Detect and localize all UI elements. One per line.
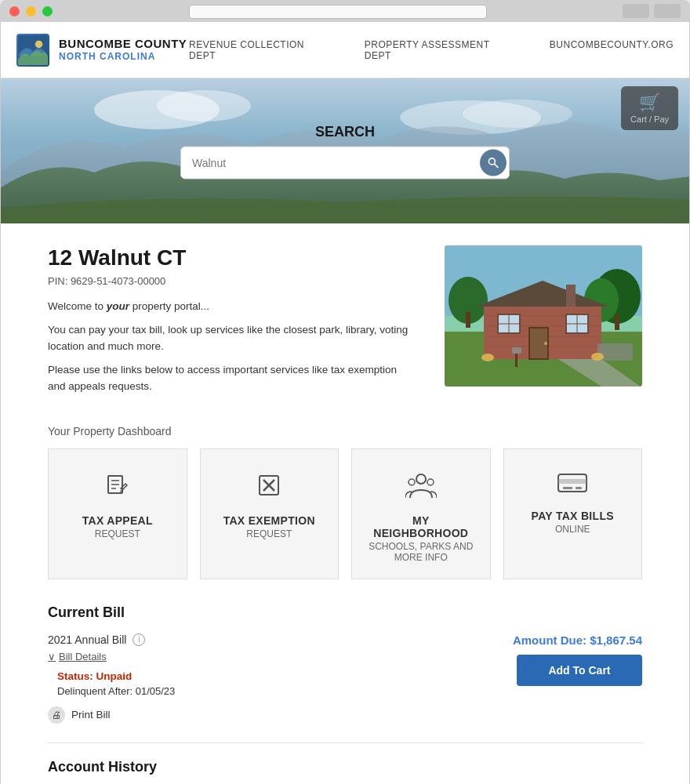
window-close-btn[interactable]: [9, 6, 20, 16]
main-content: 12 Walnut CT PIN: 9629-51-4073-00000 Wel…: [1, 223, 689, 784]
property-header: 12 Walnut CT PIN: 9629-51-4073-00000 Wel…: [48, 245, 642, 401]
pay-bills-icon: [557, 471, 588, 500]
window-maximize-btn[interactable]: [42, 6, 53, 16]
bill-year-row: 2021 Annual Bill i: [48, 633, 485, 646]
logo-area: BUNCOMBE COUNTY NORTH CAROLINA: [16, 34, 189, 67]
bill-year-label: 2021 Annual Bill: [48, 633, 126, 646]
top-nav: BUNCOMBE COUNTY NORTH CAROLINA REVENUE C…: [1, 22, 689, 78]
your-emphasis: your: [107, 300, 129, 312]
bill-info-icon[interactable]: i: [133, 633, 145, 646]
bill-details-toggle[interactable]: ∨ Bill Details: [48, 651, 485, 662]
bill-section-title: Current Bill: [48, 604, 642, 621]
browser-content: BUNCOMBE COUNTY NORTH CAROLINA REVENUE C…: [0, 22, 690, 784]
dashboard-label: Your Property Dashboard: [48, 425, 642, 437]
property-desc-1: Welcome to your property portal...: [48, 298, 413, 315]
svg-point-45: [409, 479, 415, 485]
neighborhood-icon: [405, 471, 437, 505]
svg-rect-15: [615, 314, 619, 330]
property-info: 12 Walnut CT PIN: 9629-51-4073-00000 Wel…: [48, 245, 413, 401]
search-input[interactable]: [181, 148, 478, 176]
amount-due: Amount Due: $1,867.54: [485, 633, 642, 647]
svg-point-1: [35, 40, 43, 48]
svg-point-31: [544, 342, 547, 345]
neighborhood-card[interactable]: MY NEIGHBORHOOD SCHOOLS, PARKS AND MORE …: [351, 448, 491, 579]
cart-icon: 🛒: [630, 93, 669, 113]
search-box-area: SEARCH: [180, 123, 510, 179]
svg-point-7: [488, 158, 495, 164]
bill-details-label: Bill Details: [59, 651, 107, 662]
print-bill-row[interactable]: 🖨 Print Bill: [48, 706, 642, 724]
dashboard-cards: TAX APPEAL REQUEST TAX EXEMPTION REQUEST: [48, 448, 642, 579]
chevron-down-icon: ∨: [48, 651, 56, 662]
svg-line-8: [495, 164, 499, 168]
pay-bills-title: PAY TAX BILLS: [532, 510, 614, 522]
property-desc-2: You can pay your tax bill, look up servi…: [48, 321, 413, 355]
logo-subtitle: NORTH CAROLINA: [59, 51, 187, 62]
credit-card-icon: [557, 471, 588, 495]
current-bill-section: Current Bill 2021 Annual Bill i ∨ Bill D…: [48, 604, 642, 724]
hero-banner: 🛒 Cart / Pay SEARCH: [1, 78, 689, 223]
window-btn-2[interactable]: [654, 4, 681, 18]
cart-button[interactable]: 🛒 Cart / Pay: [621, 86, 678, 130]
tax-exemption-subtitle: REQUEST: [246, 528, 292, 539]
cart-label: Cart / Pay: [630, 114, 669, 124]
search-label: SEARCH: [180, 123, 510, 140]
svg-point-46: [427, 479, 434, 485]
pay-tax-bills-card[interactable]: PAY TAX BILLS ONLINE: [503, 448, 643, 579]
logo-text: BUNCOMBE COUNTY NORTH CAROLINA: [59, 37, 187, 62]
property-image-svg: [445, 245, 642, 387]
svg-point-36: [591, 353, 604, 361]
address-bar-area: [59, 4, 616, 19]
divider: [48, 742, 642, 743]
tax-appeal-card[interactable]: TAX APPEAL REQUEST: [48, 448, 187, 579]
tax-exemption-icon: [255, 471, 283, 505]
pay-bills-subtitle: ONLINE: [555, 524, 590, 535]
print-icon: 🖨: [48, 706, 65, 724]
search-input-row: [180, 146, 510, 179]
svg-point-35: [481, 354, 494, 361]
property-image: [445, 245, 642, 387]
tax-exemption-card[interactable]: TAX EXEMPTION REQUEST: [200, 448, 340, 579]
window-btn-1[interactable]: [623, 4, 649, 18]
add-to-cart-button[interactable]: Add To Cart: [517, 655, 642, 686]
neighborhood-subtitle: SCHOOLS, PARKS AND MORE INFO: [365, 541, 478, 563]
page-wrapper: BUNCOMBE COUNTY NORTH CAROLINA REVENUE C…: [0, 0, 690, 784]
property-title: 12 Walnut CT: [48, 245, 413, 270]
search-icon: [487, 156, 499, 169]
bill-delinquent: Delinquent After: 01/05/23: [57, 685, 485, 697]
logo-title: BUNCOMBE COUNTY: [59, 37, 187, 51]
people-icon: [405, 471, 437, 499]
svg-rect-49: [563, 487, 572, 489]
tax-exemption-title: TAX EXEMPTION: [223, 514, 315, 527]
svg-rect-23: [566, 285, 576, 307]
tax-appeal-subtitle: REQUEST: [95, 528, 140, 539]
property-pin: PIN: 9629-51-4073-00000: [48, 275, 413, 287]
logo-svg: [18, 35, 48, 65]
print-bill-label: Print Bill: [71, 709, 111, 720]
tax-appeal-title: TAX APPEAL: [82, 514, 153, 527]
account-history-section: Account History › BILL DUE - Current Own…: [48, 759, 642, 784]
tax-appeal-icon: [104, 471, 132, 505]
svg-rect-48: [558, 479, 586, 484]
svg-rect-50: [576, 487, 582, 489]
bill-right: Amount Due: $1,867.54 Add To Cart: [485, 633, 642, 686]
window-minimize-btn[interactable]: [26, 6, 36, 16]
svg-point-44: [416, 474, 426, 484]
svg-rect-34: [512, 347, 521, 354]
address-bar[interactable]: [189, 5, 487, 19]
nav-revenue[interactable]: REVENUE COLLECTION DEPT: [189, 39, 333, 61]
svg-rect-12: [466, 312, 470, 328]
exemption-icon: [255, 471, 283, 499]
nav-links: REVENUE COLLECTION DEPT PROPERTY ASSESSM…: [189, 39, 674, 61]
account-history-title: Account History: [48, 759, 642, 775]
county-logo-icon: [16, 34, 49, 67]
edit-icon: [104, 471, 132, 499]
neighborhood-title: MY NEIGHBORHOOD: [365, 514, 478, 539]
nav-property[interactable]: PROPERTY ASSESSMENT DEPT: [365, 39, 518, 61]
nav-website[interactable]: BUNCOMBECOUNTY.ORG: [550, 39, 674, 61]
bill-status: Status: Unpaid: [57, 670, 485, 682]
bill-left: 2021 Annual Bill i ∨ Bill Details Status…: [48, 633, 485, 697]
window-chrome: [0, 0, 690, 22]
svg-point-4: [157, 90, 251, 122]
search-button[interactable]: [480, 149, 507, 176]
